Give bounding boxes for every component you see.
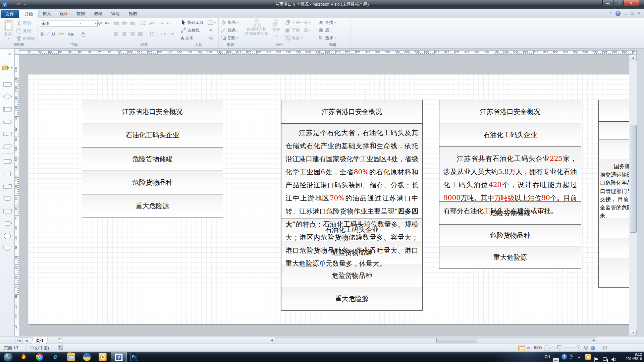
doc-restore-icon[interactable]: ❐ <box>631 11 634 16</box>
shape-rounded-process[interactable] <box>2 207 12 215</box>
rectangle-tool-button[interactable]: ▾ <box>208 19 216 26</box>
prev-page-button[interactable]: ◀ <box>22 337 30 344</box>
close-button[interactable]: ✕ <box>623 0 639 6</box>
font-name-combo[interactable]: 宋体▾ <box>40 20 82 27</box>
insert-page-icon[interactable] <box>58 338 63 343</box>
line-spacing-icon[interactable] <box>149 32 154 36</box>
tab-file[interactable]: 文件 <box>1 10 19 18</box>
tab-process[interactable]: 进程 <box>90 10 106 18</box>
find-button[interactable]: 查找▾ <box>318 19 336 26</box>
taskbar-item-photoshop[interactable]: Ps <box>126 352 142 362</box>
cut-button[interactable]: 剪切 <box>16 20 31 26</box>
pan-zoom-window-icon[interactable] <box>590 345 596 351</box>
taskbar-item-browser[interactable] <box>16 352 32 362</box>
shape-predefined-process[interactable] <box>2 105 12 113</box>
flow-cell[interactable]: 江苏省港口安全概况 <box>82 100 223 123</box>
rotate-text-right-icon[interactable]: ⇤ <box>166 21 169 25</box>
flow-cell[interactable]: 石油化工码头企业 <box>82 123 223 147</box>
flow-cell[interactable]: 危险货物品种 <box>82 171 223 194</box>
taskbar-item-ie[interactable]: e <box>48 352 63 362</box>
shape-off-page[interactable] <box>2 244 12 252</box>
tray-outlook-alert-icon[interactable] <box>585 354 591 360</box>
text-tool-button[interactable]: A 文本 <box>181 35 193 41</box>
zoom-percentage[interactable]: 93% <box>534 345 542 350</box>
open-stencil-icon[interactable] <box>2 65 10 71</box>
tab-data[interactable]: 数据 <box>73 10 89 18</box>
rotate-text-button[interactable]: A <box>208 35 214 41</box>
start-button[interactable] <box>3 352 13 362</box>
rotate-text-left-icon[interactable]: ⇥ <box>160 21 163 25</box>
text-block-icon[interactable]: A⁵ <box>149 21 154 26</box>
tray-overflow-icon[interactable]: ▾ <box>570 357 572 362</box>
zoom-slider[interactable] <box>549 348 576 348</box>
zoom-out-icon[interactable]: − <box>544 345 550 351</box>
vertical-scrollbar[interactable]: ▲ ▼ <box>629 55 637 336</box>
horizontal-scrollbar[interactable]: ◀ ▶ <box>275 337 597 344</box>
align-center-icon[interactable] <box>122 32 127 36</box>
copy-button[interactable]: 复制 <box>16 27 31 34</box>
flow-cell-title[interactable]: 江苏省港口安全概况 <box>281 100 422 123</box>
flow-box-overview-detail[interactable]: 江苏省港口安全概况 江苏是个石化大省，石油化工码头及其仓储式石化产业的基础支撑和… <box>281 100 423 311</box>
shape-parallelogram[interactable] <box>2 142 12 150</box>
flow-cell-title[interactable]: 江苏省港口安全概况 <box>439 100 581 123</box>
strikethrough-button[interactable]: abc <box>58 32 64 36</box>
first-page-button[interactable]: |◀ <box>15 337 23 344</box>
zoom-in-icon[interactable]: + <box>576 345 581 351</box>
view-normal-icon[interactable] <box>518 345 525 351</box>
tab-review[interactable]: 审阅 <box>107 10 124 18</box>
status-page-indicator[interactable]: 页面 1/1 <box>4 345 19 351</box>
flow-cell[interactable]: 危险货物储罐 <box>82 147 223 171</box>
taskbar-item-chrome[interactable] <box>32 352 47 362</box>
layers-button[interactable]: 层▾ <box>318 27 332 34</box>
taskbar-item-python[interactable] <box>79 352 95 362</box>
stencil-more-icon[interactable]: ▶ <box>11 66 13 69</box>
shape-cylinder-horizontal[interactable] <box>2 158 12 166</box>
tab-view[interactable]: 视图 <box>124 10 141 18</box>
tab-home[interactable]: 开始 <box>19 10 39 18</box>
flow-box-terminal-detail[interactable]: 江苏省港口安全概况 石油化工码头企业 江苏省共有石油化工码头企业225家，涉及从… <box>439 100 581 269</box>
text-direction-middle-icon[interactable] <box>122 21 127 25</box>
shape-card[interactable] <box>2 170 12 178</box>
taskbar-item-explorer[interactable] <box>63 352 79 362</box>
position-button[interactable]: 位置 ▾ <box>270 19 283 38</box>
shape-document[interactable] <box>2 130 12 138</box>
show-hidden-icons-icon[interactable]: ▲ <box>578 355 581 362</box>
auto-align-button[interactable]: 自动对齐和自动调整间距 <box>245 19 268 36</box>
flow-cell[interactable]: 重大危险源 <box>439 246 581 268</box>
flow-cell-subtitle[interactable]: 石油化工码头企业 <box>439 123 581 146</box>
font-color-button[interactable]: A▾ <box>82 31 86 37</box>
flow-cell[interactable]: 重大危险源 <box>281 287 422 310</box>
shrink-font-icon[interactable]: A˅ <box>105 21 109 25</box>
collapse-ribbon-icon[interactable]: ⌃ <box>609 11 612 16</box>
align-left-icon[interactable] <box>114 32 119 36</box>
drawing-canvas[interactable]: 江苏省港口安全概况 石油化工码头企业 危险货物储罐 危险货物品种 重大危险源 江… <box>19 55 637 336</box>
tray-clock[interactable]: 9:12 2014/5/16 <box>620 352 642 362</box>
bold-button[interactable]: B <box>41 32 44 37</box>
increase-indent-icon[interactable]: ⇢≡ <box>169 32 174 36</box>
connector-tool-button[interactable]: 连接线 <box>181 27 200 34</box>
bullets-icon[interactable] <box>141 21 146 25</box>
network-icon[interactable] <box>602 354 608 362</box>
justify-icon[interactable] <box>138 32 143 36</box>
scroll-up-icon[interactable]: ▲ <box>630 55 637 61</box>
align-right-icon[interactable] <box>130 32 135 36</box>
flow-cell-paragraph[interactable]: 江苏是个石化大省，石油化工码头及其仓储式石化产业的基础支撑和生命线，依托沿江港口… <box>281 123 422 219</box>
page-tab[interactable]: 页-1 <box>32 337 48 344</box>
italic-button[interactable]: I <box>47 31 48 37</box>
shape-terminator[interactable] <box>2 118 12 126</box>
scroll-down-icon[interactable]: ▼ <box>630 330 637 336</box>
flow-cell-paragraph[interactable]: 江苏省共有石油化工码头企业225家，涉及从业人员大约5.8万人，拥有专业化石油化… <box>439 146 581 201</box>
tray-pinyin-icon[interactable]: ? <box>561 354 567 360</box>
help-icon[interactable]: ? <box>615 11 621 16</box>
shape-hexagon[interactable] <box>2 220 12 228</box>
macro-status-icon[interactable] <box>58 345 63 350</box>
text-direction-bottom-icon[interactable] <box>130 21 135 25</box>
underline-button[interactable]: U <box>52 32 55 37</box>
flow-cell[interactable]: 重大危险源 <box>82 194 223 218</box>
volume-icon[interactable] <box>611 354 616 362</box>
shape-trapezoid-down[interactable] <box>2 195 12 203</box>
select-button[interactable]: 选择▾ <box>318 35 336 41</box>
send-backward-button[interactable]: 下移一层▾ <box>285 27 311 34</box>
change-case-button[interactable]: Aa▾ <box>68 32 74 37</box>
shape-ellipse[interactable] <box>2 232 12 240</box>
